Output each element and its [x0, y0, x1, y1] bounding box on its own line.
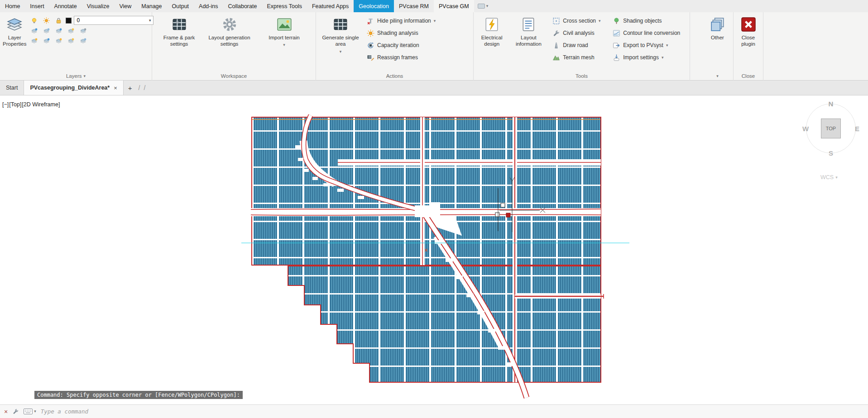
- close-tab-icon[interactable]: ×: [114, 85, 117, 91]
- ribbon-tab-featured-apps[interactable]: Featured Apps: [307, 0, 354, 12]
- chevron-down-icon: ▾: [486, 4, 489, 8]
- grip-handle[interactable]: [501, 203, 505, 207]
- layer-match-icon: [79, 28, 87, 34]
- capacity-iteration-icon: [367, 42, 374, 49]
- viewcube[interactable]: N W E S TOP: [802, 100, 859, 157]
- drawing-viewport[interactable]: [−] [Top] [2D Wireframe] N W E S TOP WCS…: [0, 95, 868, 418]
- new-drawing-button[interactable]: +: [124, 81, 137, 95]
- drawing-canvas[interactable]: [0, 95, 868, 418]
- layer-thaw-all-icon: [55, 38, 62, 44]
- ribbon-tab-pvcase-rm[interactable]: PVcase RM: [394, 0, 434, 12]
- chevron-down-icon[interactable]: ▾: [340, 50, 342, 54]
- grip-handle[interactable]: [495, 213, 499, 217]
- layer-unlock-icon: [67, 38, 75, 44]
- viewcube-top-face[interactable]: TOP: [821, 119, 841, 138]
- chevron-down-icon[interactable]: ▾: [662, 56, 664, 60]
- layer-tool-button[interactable]: [66, 37, 76, 45]
- layer-properties-button[interactable]: Layer Properties: [3, 14, 26, 71]
- viewcube-north[interactable]: N: [829, 100, 834, 108]
- layer-combobox-input[interactable]: [74, 17, 141, 24]
- solar-array-lower[interactable]: [288, 266, 601, 382]
- gear-icon: [222, 17, 237, 32]
- shading-analysis-button[interactable]: Shading analysis: [365, 28, 437, 38]
- ribbon-tab-pvcase-gm[interactable]: PVcase GM: [434, 0, 474, 12]
- layer-combobox[interactable]: ▾: [74, 16, 153, 25]
- customize-wrench-icon[interactable]: [12, 408, 19, 415]
- export-to-pvsyst-button[interactable]: Export to PVsyst ▾: [611, 40, 687, 51]
- tab-separator: /: [142, 81, 147, 95]
- contour-line-conversion-button[interactable]: Contour line conversion: [611, 28, 687, 38]
- civil-analysis-button[interactable]: Civil analysis: [551, 28, 607, 38]
- layer-tool-button[interactable]: [29, 37, 39, 45]
- layer-on-toggle[interactable]: [29, 16, 39, 24]
- ribbon-tab-view[interactable]: View: [114, 0, 136, 12]
- layer-turn-on-icon: [43, 38, 50, 44]
- electrical-design-icon: [484, 17, 499, 32]
- layer-tool-button[interactable]: [41, 37, 51, 45]
- layer-lock-toggle[interactable]: [53, 16, 63, 24]
- ribbon-display-options-button[interactable]: ▾: [474, 0, 492, 12]
- ribbon-tab-manage[interactable]: Manage: [136, 0, 167, 12]
- viewcube-west[interactable]: W: [802, 125, 809, 133]
- chevron-down-icon[interactable]: ▾: [666, 43, 668, 48]
- recent-commands-button[interactable]: ▾: [24, 408, 36, 414]
- wcs-selector[interactable]: WCS ▾: [820, 174, 838, 180]
- import-settings-button[interactable]: Import settings ▾: [611, 52, 687, 63]
- ribbon-tab-output[interactable]: Output: [167, 0, 194, 12]
- ribbon-tab-visualize[interactable]: Visualize: [82, 0, 115, 12]
- reassign-frames-button[interactable]: Reassign frames: [365, 52, 437, 63]
- terrain-mesh-icon: [552, 54, 560, 62]
- grip-handle-hot[interactable]: [506, 213, 510, 217]
- viewcube-south[interactable]: S: [829, 149, 833, 157]
- cross-section-button[interactable]: Cross section ▾: [551, 15, 607, 26]
- viewport-minus-control[interactable]: [−]: [2, 101, 9, 108]
- layer-tool-button[interactable]: [53, 27, 63, 35]
- chevron-down-icon[interactable]: ▾: [599, 19, 601, 23]
- ribbon-tab-annotate[interactable]: Annotate: [49, 0, 82, 12]
- ribbon-tab-insert[interactable]: Insert: [25, 0, 49, 12]
- panel-label-layers[interactable]: Layers ▾: [0, 71, 152, 81]
- ribbon-tab-home[interactable]: Home: [0, 0, 25, 12]
- electrical-design-button[interactable]: Electrical design: [477, 14, 506, 71]
- file-tab-start[interactable]: Start: [0, 81, 24, 95]
- viewport-view-control[interactable]: [Top]: [9, 101, 21, 108]
- tab-separator: /: [137, 81, 142, 95]
- layer-tool-button[interactable]: [41, 27, 51, 35]
- chevron-down-icon[interactable]: ▾: [434, 19, 436, 23]
- frame-park-settings-button[interactable]: Frame & park settings: [161, 14, 197, 71]
- layer-tool-button[interactable]: [53, 37, 63, 45]
- import-terrain-button[interactable]: Import terrain ▾: [262, 14, 307, 71]
- viewcube-east[interactable]: E: [855, 125, 859, 133]
- layout-generation-settings-button[interactable]: Layout generation settings: [203, 14, 256, 71]
- hide-piling-information-button[interactable]: Hide piling information ▾: [365, 15, 437, 26]
- terrain-mesh-button[interactable]: Terrain mesh: [551, 52, 607, 63]
- layer-tool-button[interactable]: [78, 37, 88, 45]
- layer-off-icon: [30, 38, 38, 44]
- command-close-icon[interactable]: ×: [4, 408, 8, 415]
- chevron-down-icon[interactable]: ▾: [283, 43, 285, 47]
- draw-road-button[interactable]: Draw road: [551, 40, 607, 51]
- layer-tool-button[interactable]: [29, 27, 39, 35]
- generate-single-area-button[interactable]: Generate single area ▾: [321, 14, 360, 71]
- other-button[interactable]: Other: [705, 14, 730, 71]
- ribbon-tab-geolocation[interactable]: Geolocation: [354, 0, 394, 12]
- shading-objects-button[interactable]: Shading objects: [611, 15, 687, 26]
- panel-label-other[interactable]: ▾: [702, 71, 733, 81]
- viewport-visual-style-control[interactable]: [2D Wireframe]: [22, 101, 60, 108]
- layout-information-button[interactable]: Layout information: [510, 14, 547, 71]
- layer-tool-button[interactable]: [78, 27, 88, 35]
- hide-piling-icon: [367, 17, 374, 25]
- file-tab-drawing[interactable]: PVcasegrouping_DivideArea* ×: [24, 81, 123, 95]
- ribbon-tab-express-tools[interactable]: Express Tools: [262, 0, 307, 12]
- import-icon: [613, 54, 620, 62]
- ribbon-tab-addins[interactable]: Add-ins: [194, 0, 223, 12]
- close-plugin-button[interactable]: Close plugin: [736, 14, 760, 71]
- layer-color-swatch[interactable]: [66, 18, 72, 24]
- chevron-down-icon: ▾: [716, 74, 719, 78]
- capacity-iteration-button[interactable]: Capacity iteration: [365, 40, 437, 51]
- ribbon-tab-collaborate[interactable]: Collaborate: [223, 0, 262, 12]
- layer-thaw-toggle[interactable]: [41, 16, 51, 24]
- cross-section-icon: [552, 17, 560, 25]
- command-input[interactable]: [41, 408, 864, 415]
- layer-tool-button[interactable]: [66, 27, 76, 35]
